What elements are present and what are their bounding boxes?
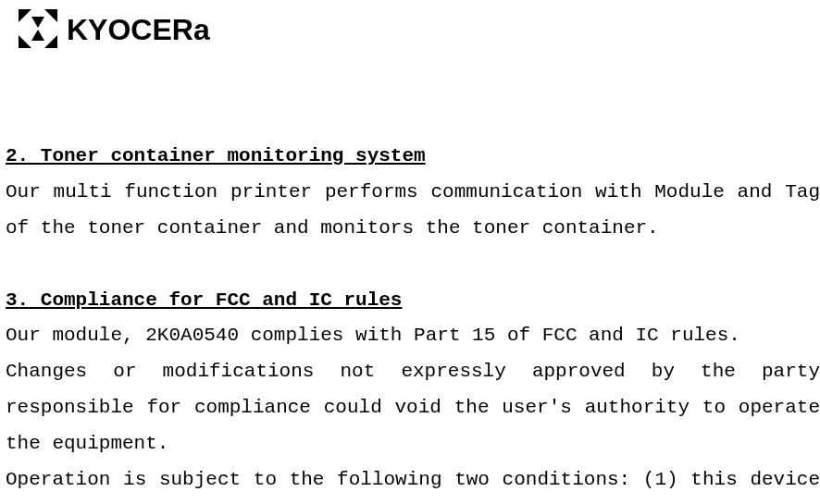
document-page: KYOCERa 2. Toner container monitoring sy… [0,0,820,504]
svg-marker-0 [19,9,31,22]
svg-marker-1 [44,9,57,22]
kyocera-logo-icon: KYOCERa [19,9,241,48]
svg-marker-3 [31,30,44,41]
section-heading-3: 3. Compliance for FCC and IC rules [6,283,820,319]
brand-wordmark: KYOCERa [67,13,210,46]
section-spacer [6,247,820,283]
svg-marker-5 [44,35,57,48]
brand-logo: KYOCERa [19,9,241,48]
section-3-paragraph-1: Our module, 2K0A0540 complies with Part … [6,318,820,354]
svg-marker-2 [31,17,44,28]
svg-marker-4 [19,35,31,48]
section-heading-2: 2. Toner container monitoring system [6,139,820,175]
document-body: 2. Toner container monitoring system Our… [6,139,820,504]
section-3-paragraph-2: Changes or modifications not expressly a… [6,354,820,462]
section-2-paragraph-1: Our multi function printer performs comm… [6,175,820,247]
section-3-paragraph-3: Operation is subject to the following tw… [6,462,820,504]
